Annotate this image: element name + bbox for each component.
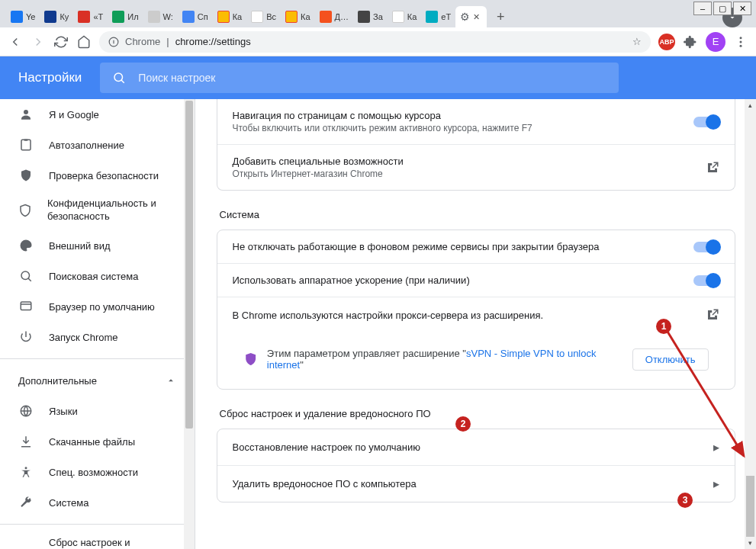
tab-label: Вс <box>266 12 276 21</box>
scrollbar-thumb[interactable] <box>185 101 193 429</box>
address-bar[interactable]: Chrome | chrome://settings ☆ <box>99 31 651 53</box>
external-link-icon <box>706 161 719 175</box>
tab-label: Ка <box>301 12 310 21</box>
sidebar-item-appearance[interactable]: Внешний вид <box>0 230 195 261</box>
browser-icon <box>18 300 34 313</box>
toggle-switch[interactable] <box>693 275 719 286</box>
browser-tab[interactable]: W: <box>143 6 178 27</box>
sidebar-item-label: Спец. возможности <box>49 467 138 478</box>
search-input[interactable] <box>138 72 606 84</box>
sidebar-item-downloads[interactable]: Скачанные файлы <box>0 426 195 457</box>
setting-row-add-accessibility[interactable]: Добавить специальные возможности Открыть… <box>217 144 735 190</box>
sidebar-item-label: Проверка безопасности <box>49 170 159 181</box>
svg-point-2 <box>740 40 742 43</box>
annotation-badge-3: 3 <box>677 493 693 508</box>
browser-tab[interactable]: Ка <box>388 6 422 27</box>
url-scheme-label: Chrome <box>125 36 160 47</box>
browser-tab-active[interactable]: ⚙ ✕ <box>455 6 487 27</box>
sidebar-item-on-startup[interactable]: Запуск Chrome <box>0 322 195 352</box>
scroll-up-button[interactable]: ▴ <box>745 99 756 111</box>
sidebar-item-search-engine[interactable]: Поисковая система <box>0 261 195 291</box>
sidebar-item-label: Конфиденциальность и безопасность <box>47 197 176 223</box>
sidebar-advanced-toggle[interactable]: Дополнительные <box>0 365 195 396</box>
browser-tab[interactable]: Д… <box>315 6 353 27</box>
chevron-up-icon <box>166 375 176 386</box>
sidebar-item-label: Браузер по умолчанию <box>49 301 155 313</box>
tab-label: W: <box>163 12 173 21</box>
sidebar-item-reset[interactable]: Сброс настроек и <box>0 531 195 549</box>
divider <box>0 524 195 525</box>
new-tab-button[interactable]: + <box>490 6 511 27</box>
chevron-right-icon: ▸ <box>713 440 719 454</box>
browser-tab[interactable]: Ку <box>40 6 73 27</box>
system-card: Не отключать работающие в фоновом режиме… <box>217 230 735 390</box>
palette-icon <box>18 239 34 252</box>
scroll-down-button[interactable]: ▾ <box>745 537 756 549</box>
browser-tab[interactable]: Вс <box>246 6 281 27</box>
person-icon <box>18 108 34 121</box>
page-scrollbar[interactable]: ▴ ▾ <box>745 99 756 549</box>
window-minimize-button[interactable]: – <box>693 2 712 15</box>
setting-subtitle: Открыть Интернет-магазин Chrome <box>233 169 693 179</box>
tab-label: Сп <box>198 12 208 21</box>
toggle-switch[interactable] <box>693 242 719 252</box>
forward-button[interactable] <box>31 34 46 50</box>
sidebar-item-default-browser[interactable]: Браузер по умолчанию <box>0 291 195 322</box>
window-maximize-button[interactable]: ▢ <box>713 2 732 15</box>
home-button[interactable] <box>76 34 92 50</box>
setting-row-cleanup[interactable]: Удалить вредоносное ПО с компьютера ▸ <box>217 465 735 502</box>
accessibility-icon <box>18 465 34 479</box>
setting-title: Навигация по страницам с помощью курсора <box>233 110 681 121</box>
tab-label: Ка <box>233 12 243 21</box>
sidebar-item-autofill[interactable]: Автозаполнение <box>0 130 195 160</box>
browser-tab[interactable]: «Т <box>73 6 108 27</box>
browser-tab[interactable]: Ка <box>281 6 315 27</box>
tab-close-button[interactable]: ✕ <box>473 12 482 22</box>
bookmark-star-button[interactable]: ☆ <box>632 36 642 47</box>
browser-tab[interactable]: Ye <box>6 6 40 27</box>
profile-button[interactable]: E <box>706 32 725 52</box>
setting-title: В Chrome используются настройки прокси-с… <box>233 310 706 321</box>
sidebar-scrollbar[interactable] <box>184 99 195 549</box>
abp-extension-icon[interactable]: ABP <box>658 34 675 50</box>
scrollbar-thumb[interactable] <box>746 476 754 537</box>
sidebar-advanced-label: Дополнительные <box>18 375 97 387</box>
section-title-reset: Сброс настроек и удаление вредоносного П… <box>220 408 735 419</box>
setting-title: Не отключать работающие в фоновом режиме… <box>233 241 681 252</box>
browser-tab[interactable]: За <box>353 6 388 27</box>
extensions-button[interactable] <box>683 34 698 50</box>
sidebar-item-safety-check[interactable]: Проверка безопасности <box>0 160 195 191</box>
shield-icon <box>18 204 32 217</box>
sidebar-item-label: Поисковая система <box>49 271 139 282</box>
sidebar-item-accessibility[interactable]: Спец. возможности <box>0 457 195 487</box>
wrench-icon <box>18 496 34 509</box>
globe-icon <box>18 404 34 418</box>
back-button[interactable] <box>8 34 23 50</box>
browser-tab[interactable]: eT <box>421 6 455 27</box>
external-link-icon <box>706 308 719 322</box>
settings-main: Навигация по страницам с помощью курсора… <box>195 99 756 549</box>
svg-point-1 <box>740 37 742 39</box>
browser-tab[interactable]: Ил <box>108 6 143 27</box>
toggle-switch[interactable] <box>693 117 719 127</box>
browser-tab[interactable]: Сп <box>178 6 213 27</box>
window-close-button[interactable]: ✕ <box>733 2 751 15</box>
sidebar-item-you-and-google[interactable]: Я и Google <box>0 99 195 130</box>
browser-tab[interactable]: Ка <box>213 6 247 27</box>
disable-extension-button[interactable]: Отключить <box>632 348 709 371</box>
reload-button[interactable] <box>53 34 69 50</box>
svg-point-8 <box>21 271 30 280</box>
setting-row-proxy[interactable]: В Chrome используются настройки прокси-с… <box>217 297 735 389</box>
sidebar-item-languages[interactable]: Языки <box>0 396 195 426</box>
setting-row-restore-defaults[interactable]: Восстановление настроек по умолчанию ▸ <box>217 429 735 465</box>
sidebar-item-label: Автозаполнение <box>49 140 124 151</box>
tab-label: eT <box>441 12 451 21</box>
setting-title: Использовать аппаратное ускорение (при н… <box>233 274 681 286</box>
setting-row-background-apps: Не отключать работающие в фоновом режиме… <box>217 230 735 263</box>
sidebar-item-system[interactable]: Система <box>0 487 195 518</box>
setting-title: Добавить специальные возможности <box>233 156 693 167</box>
settings-search-box[interactable] <box>100 63 619 93</box>
sidebar-item-privacy[interactable]: Конфиденциальность и безопасность <box>0 191 195 230</box>
tab-label: За <box>373 12 383 21</box>
menu-button[interactable] <box>733 34 748 50</box>
